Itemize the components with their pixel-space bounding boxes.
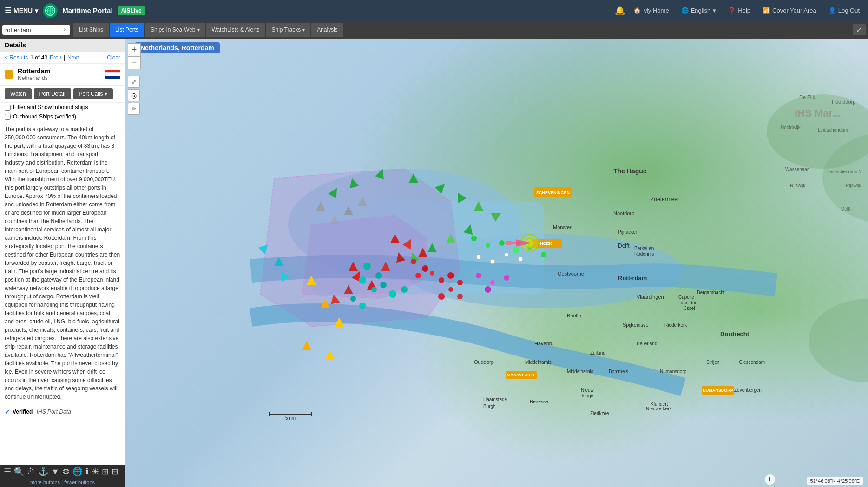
home-icon: 🏠 xyxy=(633,7,641,14)
info-tool-icon[interactable]: ℹ xyxy=(85,467,89,477)
filter-icon[interactable]: ▼ xyxy=(51,467,59,477)
tab-watchlists-label: WatchLists & Alerts xyxy=(212,26,260,33)
svg-text:Capelle: Capelle xyxy=(678,295,694,300)
svg-point-49 xyxy=(438,293,445,300)
sun-icon[interactable]: ☀ xyxy=(92,467,99,477)
svg-text:Bommels: Bommels xyxy=(609,369,628,374)
layer-icon[interactable]: ☰ xyxy=(4,467,11,477)
svg-point-33 xyxy=(359,276,366,284)
map-side-controls: ⤢ ◎ ✏ xyxy=(128,76,140,115)
svg-text:The Hague: The Hague xyxy=(613,167,647,175)
svg-point-50 xyxy=(471,236,477,241)
cover-area-label: Cover Your Area xyxy=(772,7,816,14)
help-label: Help xyxy=(738,7,750,14)
search-clear-icon[interactable]: ✕ xyxy=(63,26,67,33)
search-input[interactable] xyxy=(5,26,61,33)
watch-button[interactable]: Watch xyxy=(5,88,32,99)
svg-marker-67 xyxy=(302,341,311,350)
top-navigation: ☰ MENU ▾ Maritime Portal AISLive 🔔 🏠 My … xyxy=(0,0,868,21)
next-result-link[interactable]: Next xyxy=(67,54,79,61)
map-coordinates: 51°46'08"N 4°25'09"E xyxy=(807,477,863,485)
search-tool-icon[interactable]: 🔍 xyxy=(14,467,24,477)
svg-text:Haamstede: Haamstede xyxy=(483,397,507,402)
svg-point-57 xyxy=(490,259,495,264)
svg-text:Vlaardingen: Vlaardingen xyxy=(637,294,664,300)
svg-point-42 xyxy=(415,273,421,278)
map-extent-button[interactable]: ⤢ xyxy=(128,76,140,88)
outbound-ships-row: Outbound Ships (verified) xyxy=(0,112,125,121)
language-selector[interactable]: 🌐 English ▾ xyxy=(677,7,720,14)
map-info-button[interactable]: i xyxy=(765,474,775,485)
filter-inbound-label: Filter and Show Inbound ships xyxy=(13,104,88,111)
zoom-in-button[interactable]: + xyxy=(128,43,141,56)
svg-point-47 xyxy=(448,287,453,292)
port-calls-button[interactable]: Port Calls ▾ xyxy=(73,88,113,99)
help-link[interactable]: ❓ Help xyxy=(724,7,754,14)
svg-text:Havenb.: Havenb. xyxy=(534,341,553,346)
tab-ships-seaweb[interactable]: Ships In Sea-Web ▾ xyxy=(145,23,205,37)
zoom-out-button[interactable]: − xyxy=(128,56,141,69)
clock-icon[interactable]: ⏱ xyxy=(27,467,35,477)
port-detail-button[interactable]: Port Detail xyxy=(34,88,71,99)
grid-icon[interactable]: ⊞ xyxy=(102,467,109,477)
prev-result-link[interactable]: Prev xyxy=(50,54,61,61)
svg-text:Rodenrijs: Rodenrijs xyxy=(634,251,654,257)
cover-area-link[interactable]: 📶 Cover Your Area xyxy=(759,7,820,14)
tab-analysis-label: Analysis xyxy=(317,26,338,33)
results-back-link[interactable]: < Results xyxy=(5,54,28,61)
filter-inbound-checkbox[interactable] xyxy=(5,105,11,111)
clear-button[interactable]: Clear xyxy=(107,54,120,61)
svg-text:Bergambacht: Bergambacht xyxy=(697,290,725,295)
svg-marker-8 xyxy=(302,215,427,299)
svg-text:Zuiland: Zuiland xyxy=(590,350,605,355)
settings-icon[interactable]: ⚙ xyxy=(62,467,70,477)
svg-point-63 xyxy=(485,286,491,293)
svg-point-155 xyxy=(809,299,868,382)
logout-label: Log Out xyxy=(838,7,860,14)
menu-button[interactable]: ☰ MENU ▾ xyxy=(5,6,38,15)
svg-point-35 xyxy=(380,282,387,288)
svg-text:Tonge: Tonge xyxy=(581,393,594,398)
svg-text:Delft: Delft xyxy=(618,243,630,249)
map-pencil-button[interactable]: ✏ xyxy=(128,103,140,115)
outbound-ships-checkbox[interactable] xyxy=(5,114,11,120)
svg-text:5 nm: 5 nm xyxy=(285,415,296,421)
outbound-ships-label: Outbound Ships (verified) xyxy=(13,113,76,120)
svg-text:Nieuw: Nieuw xyxy=(581,388,594,393)
more-buttons-link[interactable]: more buttons xyxy=(30,480,60,485)
map-location-label: Netherlands, Rotterdam xyxy=(135,42,220,53)
globe-tool-icon[interactable]: 🌐 xyxy=(72,467,83,477)
tab-list-ports[interactable]: List Ports xyxy=(110,23,144,37)
notification-icon[interactable]: 🔔 xyxy=(615,6,625,16)
tab-ship-tracks-label: Ship Tracks xyxy=(271,26,301,33)
my-home-link[interactable]: 🏠 My Home xyxy=(630,7,673,14)
minus-tool-icon[interactable]: ⊟ xyxy=(112,467,118,477)
port-info: Rotterdam Netherlands xyxy=(0,64,125,86)
map-compass-button[interactable]: ◎ xyxy=(128,89,140,101)
svg-text:Dordrecht: Dordrecht xyxy=(720,330,750,337)
svg-text:Nootdorp: Nootdorp xyxy=(613,211,634,216)
svg-text:Numansdorp: Numansdorp xyxy=(660,369,687,374)
port-calls-label: Port Calls xyxy=(79,91,103,97)
tab-list-ships[interactable]: List Ships xyxy=(73,23,109,37)
tab-analysis[interactable]: Analysis xyxy=(311,23,343,37)
map-area[interactable]: SCHEVENINGEN HOEK MAASVLAKTE NUMANSDORP … xyxy=(125,39,868,487)
fullscreen-button[interactable]: ⤢ xyxy=(853,24,866,35)
tab-ship-tracks[interactable]: Ship Tracks ▾ xyxy=(266,23,310,37)
fewer-buttons-link[interactable]: fewer buttons xyxy=(64,480,95,485)
svg-text:Giessendam: Giessendam xyxy=(739,360,765,365)
tab-watchlists[interactable]: WatchLists & Alerts xyxy=(206,23,265,37)
search-box[interactable]: ✕ xyxy=(2,25,70,35)
svg-text:Spijkenisse: Spijkenisse xyxy=(623,322,649,328)
action-buttons: Watch Port Detail Port Calls ▾ xyxy=(0,86,125,103)
svg-text:Zevenbergen: Zevenbergen xyxy=(734,388,762,393)
globe-icon: 🌐 xyxy=(681,7,689,14)
svg-point-37 xyxy=(401,286,408,293)
logout-link[interactable]: 👤 Log Out xyxy=(825,7,863,14)
verified-label: Verified xyxy=(13,408,33,415)
svg-point-55 xyxy=(541,252,546,257)
svg-text:Burgh: Burgh xyxy=(483,404,496,409)
verified-check-icon: ✔ xyxy=(5,408,10,415)
anchor-icon[interactable]: ⚓ xyxy=(38,467,48,477)
logo xyxy=(43,3,58,18)
